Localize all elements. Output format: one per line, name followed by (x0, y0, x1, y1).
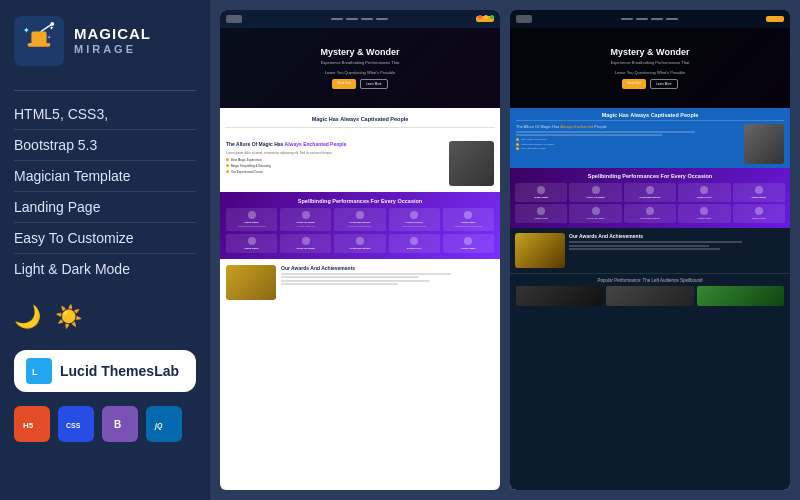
hero-sub2-dark: Leave You Questioning What's Possible (611, 70, 690, 75)
html5-badge: H5 (14, 406, 50, 442)
services-title-dark: Spellbinding Performances For Every Occa… (515, 173, 785, 179)
hero-btn1-light[interactable]: Book Now (332, 79, 356, 89)
site-preview-light: Mystery & Wonder Experience Breathtaking… (220, 10, 500, 490)
moon-icon[interactable]: 🌙 (14, 304, 41, 330)
feature-item-bs: Bootstrap 5.3 (14, 130, 196, 161)
svg-text:jQ: jQ (154, 422, 163, 430)
about-section-title: Magic Has Always Captivated People (225, 113, 495, 125)
svg-text:CSS: CSS (66, 422, 81, 429)
lucid-label: Lucid ThemesLab (60, 363, 179, 379)
theme-toggle[interactable]: 🌙 ☀️ (14, 296, 196, 338)
nav-links-light (331, 18, 388, 20)
svg-point-6 (50, 22, 54, 26)
about-title-section: Magic Has Always Captivated People (220, 108, 500, 135)
nav-logo-light (226, 15, 242, 23)
service-card-3: Corporate Events Professional magic show… (334, 208, 385, 231)
nav-links-dark (621, 18, 678, 20)
tech-badges: H5 CSS B jQ (14, 406, 196, 442)
feature-list: HTML5, CSS3, Bootstrap 5.3 Magician Temp… (14, 99, 196, 284)
awards-image (226, 265, 276, 300)
awards-image-dark (515, 233, 565, 268)
lucid-logo-icon: L (26, 358, 52, 384)
site-preview-dark: Mystery & Wonder Experience Breathtaking… (510, 10, 790, 490)
svg-text:L: L (32, 367, 38, 377)
about-title-light: The Allure Of Magic Has Always Enchanted… (226, 141, 444, 148)
services-grid-dark-2: Stage Magic Close-Up Magic Corporate Eve… (515, 204, 785, 223)
service-card-1: Stage Magic Captivating stage performanc… (226, 208, 277, 231)
logo-icon: ✦ ✦ ✦ (14, 16, 64, 66)
about-desc-light: Lorem ipsum dolor sit amet, consectetur … (226, 151, 444, 155)
service-card-4: Private Parties Personalized magic event… (389, 208, 440, 231)
blue-section-dark: Magic Has Always Captivated People The A… (510, 108, 790, 168)
hero-btn1-dark[interactable]: Book Now (622, 79, 646, 89)
about-title-dark: Magic Has Always Captivated People (516, 112, 784, 118)
services-section-dark: Spellbinding Performances For Every Occa… (510, 168, 790, 228)
feature-item-mode: Light & Dark Mode (14, 254, 196, 284)
services-grid2-light: Stage Magic Close-Up Magic Corporate Eve… (226, 234, 494, 253)
preview-hero-dark: Mystery & Wonder Experience Breathtaking… (510, 28, 790, 108)
hero-title-dark: Mystery & Wonder (611, 47, 690, 57)
hero-sub-dark: Experience Breathtaking Performances Tha… (611, 60, 690, 65)
preview-dark: Mystery & Wonder Experience Breathtaking… (510, 10, 790, 490)
lucid-badge[interactable]: L Lucid ThemesLab (14, 350, 196, 392)
divider (14, 90, 196, 91)
service-card-2: Close-Up Magic Up close magic tricks (280, 208, 331, 231)
services-grid-dark-1: Stage Magic Close-Up Magic Corporate Eve… (515, 183, 785, 202)
jquery-badge: jQ (146, 406, 182, 442)
services-section-light: Spellbinding Performances For Every Occa… (220, 192, 500, 259)
preview-nav-dark (510, 10, 790, 28)
right-panel: Mystery & Wonder Experience Breathtaking… (210, 0, 800, 500)
about-img-dark (744, 124, 784, 164)
awards-section-dark: Our Awards And Achievements (510, 228, 790, 273)
feature-item-landing: Landing Page (14, 192, 196, 223)
bootstrap-badge: B (102, 406, 138, 442)
preview-light: Mystery & Wonder Experience Breathtaking… (220, 10, 500, 490)
svg-text:H5: H5 (23, 421, 34, 430)
logo-area: ✦ ✦ ✦ MAGICAL MIRAGE (14, 16, 196, 66)
hero-sub2-light: Leave You Questioning What's Possible (321, 70, 400, 75)
awards-section-light: Our Awards And Achievements (220, 259, 500, 306)
popular-title-dark: Popular Performance: The Left Audience S… (516, 278, 784, 283)
preview-hero-light: Mystery & Wonder Experience Breathtaking… (220, 28, 500, 108)
awards-title-dark: Our Awards And Achievements (569, 233, 785, 239)
services-grid-light: Stage Magic Captivating stage performanc… (226, 208, 494, 231)
feature-item-html: HTML5, CSS3, (14, 99, 196, 130)
logo-text: MAGICAL MIRAGE (74, 25, 151, 56)
feature-item-template: Magician Template (14, 161, 196, 192)
nav-logo-dark (516, 15, 532, 23)
css3-badge: CSS (58, 406, 94, 442)
svg-rect-1 (31, 32, 46, 44)
left-panel: ✦ ✦ ✦ MAGICAL MIRAGE HTML5, CSS3, Bootst… (0, 0, 210, 500)
service-card-5: Stage Magic Captivating stage performanc… (443, 208, 494, 231)
services-title-light: Spellbinding Performances For Every Occa… (226, 198, 494, 204)
hero-btn2-light[interactable]: Learn More (360, 79, 387, 89)
about-section-light: The Allure Of Magic Has Always Enchanted… (220, 135, 500, 192)
svg-text:✦: ✦ (47, 35, 51, 40)
hero-title-light: Mystery & Wonder (321, 47, 400, 57)
nav-cta-dark (766, 16, 784, 22)
svg-text:B: B (114, 419, 121, 430)
svg-text:✦: ✦ (23, 26, 30, 35)
hero-btn2-dark[interactable]: Learn More (650, 79, 677, 89)
preview-nav-light (220, 10, 500, 28)
feature-item-customize: Easy To Customize (14, 223, 196, 254)
awards-title-light: Our Awards And Achievements (281, 265, 494, 271)
about-image-light (449, 141, 494, 186)
sun-icon[interactable]: ☀️ (55, 304, 82, 330)
popular-section-dark: Popular Performance: The Left Audience S… (510, 273, 790, 310)
hero-sub-light: Experience Breathtaking Performances Tha… (321, 60, 400, 65)
